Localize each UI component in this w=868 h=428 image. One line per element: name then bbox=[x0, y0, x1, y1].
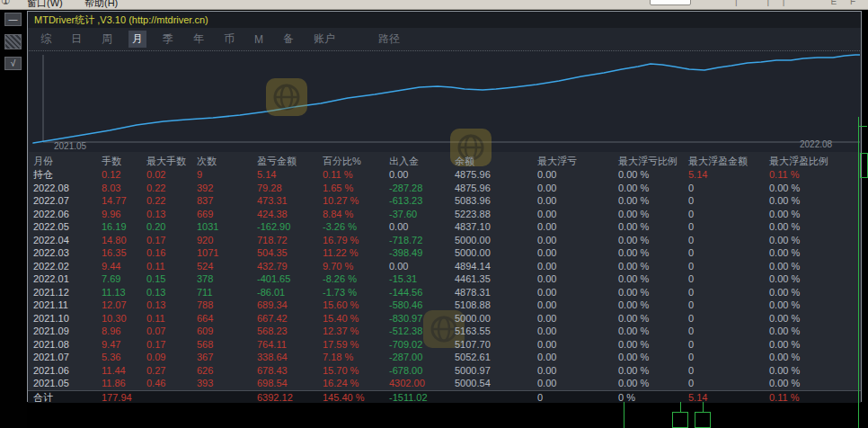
table-cell: 1.65 % bbox=[323, 182, 389, 195]
table-cell: 0 bbox=[688, 351, 769, 364]
table-cell: 2022.06 bbox=[33, 208, 102, 221]
table-row: 2022.088.030.2239279.281.65 %-287.284875… bbox=[28, 182, 861, 195]
table-cell: 5000.54 bbox=[455, 377, 537, 390]
menu-item-9[interactable]: 账户 bbox=[310, 31, 339, 48]
menu-item-0[interactable]: 综 bbox=[37, 31, 55, 48]
table-cell: 9 bbox=[197, 168, 257, 182]
table-cell: 17.59 % bbox=[323, 338, 389, 352]
table-cell: 0.13 bbox=[146, 299, 197, 312]
table-cell: 5.14 bbox=[257, 168, 323, 182]
table-cell: 5108.88 bbox=[455, 299, 537, 312]
menu-item-3[interactable]: 月 bbox=[128, 31, 146, 48]
table-row: 2022.029.440.11524432.799.70 %0.004894.1… bbox=[28, 260, 861, 273]
background-chart-box bbox=[860, 153, 868, 178]
table-cell: 0.00 % bbox=[618, 234, 688, 247]
table-cell: -287.00 bbox=[389, 351, 455, 364]
table-cell: 504.35 bbox=[257, 246, 323, 260]
title-bar[interactable]: MTDriver统计 ,V3.10 (http://mtdriver.cn) bbox=[28, 12, 861, 28]
table-cell: 0.00 bbox=[537, 272, 618, 286]
menu-item-4[interactable]: 季 bbox=[159, 31, 177, 48]
table-cell: 920 bbox=[197, 234, 257, 247]
host-menu-window[interactable]: 窗口(W) bbox=[27, 0, 63, 10]
menu-item-5[interactable]: 年 bbox=[190, 31, 208, 48]
menu-item-7[interactable]: M bbox=[251, 32, 267, 47]
balance-line bbox=[33, 55, 860, 143]
table-cell: 524 bbox=[197, 260, 257, 273]
column-header-8: 最大浮亏 bbox=[537, 154, 618, 169]
table-cell: 393 bbox=[197, 377, 257, 390]
table-cell: 0.00 % bbox=[618, 364, 688, 378]
column-header-11: 最大浮盈比例 bbox=[769, 154, 859, 169]
table-header-row: 月份手数最大手数次数盈亏金额百分比%出入金余额最大浮亏最大浮亏比例最大浮盈金额最… bbox=[28, 154, 861, 168]
menu-item-6[interactable]: 币 bbox=[220, 31, 238, 48]
table-cell: 7.69 bbox=[102, 272, 146, 286]
table-cell: 0.11 % bbox=[769, 168, 859, 182]
menu-item-1[interactable]: 日 bbox=[67, 31, 85, 48]
menu-item-2[interactable]: 周 bbox=[98, 31, 116, 48]
table-cell: 0 bbox=[688, 364, 769, 378]
table-cell: 0.00 bbox=[537, 338, 618, 352]
table-cell: 5000.00 bbox=[455, 234, 537, 247]
left-toolstrip: — √ bbox=[0, 10, 27, 428]
table-cell: -144.56 bbox=[389, 286, 455, 299]
table-cell: -3.26 % bbox=[323, 220, 389, 234]
move-hatch-icon[interactable] bbox=[4, 34, 22, 49]
x-axis-start-label: 2021.05 bbox=[54, 141, 86, 151]
host-toolbar-combobox[interactable] bbox=[650, 0, 691, 5]
table-cell: 0.00 % bbox=[769, 246, 859, 260]
table-cell: 5223.88 bbox=[455, 208, 537, 221]
table-cell: 0.00 % bbox=[769, 234, 859, 247]
table-cell: 0.00 % bbox=[618, 208, 688, 221]
table-cell: 0.11 bbox=[146, 260, 197, 273]
table-cell: 0.00 % bbox=[769, 220, 859, 234]
table-cell: 0 bbox=[688, 312, 769, 325]
table-cell: 10.30 bbox=[102, 312, 146, 325]
host-menu-help[interactable]: 帮助(H) bbox=[84, 0, 118, 10]
host-toolbar-icons: | ˙ | | ˙ ˙ E F bbox=[735, 0, 861, 6]
minimize-icon[interactable]: — bbox=[4, 13, 22, 26]
table-cell: 5163.55 bbox=[455, 325, 537, 338]
table-cell: -15.31 bbox=[389, 272, 455, 286]
table-cell: 5000.97 bbox=[455, 364, 537, 378]
table-cell: 2022.04 bbox=[33, 234, 102, 247]
column-header-6: 出入金 bbox=[389, 154, 455, 169]
table-cell: 338.64 bbox=[257, 351, 323, 364]
table-row: 持仓0.120.0295.140.11 %0.004875.960.000.00… bbox=[28, 168, 861, 182]
table-cell: 626 bbox=[197, 364, 257, 378]
table-cell: 0 bbox=[688, 220, 769, 234]
table-cell: 12.37 % bbox=[323, 325, 389, 338]
table-cell bbox=[146, 391, 197, 404]
table-cell: 5107.70 bbox=[455, 338, 537, 352]
table-row: 2022.069.960.13669424.388.84 %-37.605223… bbox=[28, 208, 861, 221]
check-icon[interactable]: √ bbox=[4, 57, 22, 70]
table-cell: 4894.14 bbox=[455, 260, 537, 273]
table-row-total: 合计177.946392.12145.40 %-1511.0200 %5.140… bbox=[28, 390, 861, 403]
table-cell: 0 bbox=[688, 338, 769, 352]
table-cell: 1071 bbox=[197, 246, 257, 260]
menu-item-8[interactable]: 备 bbox=[279, 31, 297, 48]
table-cell: 4875.96 bbox=[455, 182, 537, 195]
table-row: 2021.0611.440.27626678.4315.70 %-678.005… bbox=[28, 364, 861, 378]
table-cell bbox=[197, 391, 257, 404]
table-cell: 9.70 % bbox=[323, 260, 389, 273]
table-cell: 0.00 bbox=[537, 312, 618, 325]
table-cell: 2021.11 bbox=[33, 299, 102, 312]
table-cell: 8.84 % bbox=[323, 208, 389, 221]
table-cell: 15.40 % bbox=[323, 312, 389, 325]
table-cell: 0 bbox=[688, 272, 769, 286]
table-cell: 4837.10 bbox=[455, 220, 537, 234]
table-cell: 0 bbox=[688, 286, 769, 299]
table-cell: 609 bbox=[197, 325, 257, 338]
table-cell: 4875.96 bbox=[455, 168, 537, 182]
table-cell: 5052.61 bbox=[455, 351, 537, 364]
table-cell: 0.20 bbox=[146, 220, 197, 234]
table-cell: 0.16 bbox=[146, 246, 197, 260]
table-cell: 4302.00 bbox=[389, 377, 455, 390]
table-cell: -580.46 bbox=[389, 299, 455, 312]
table-cell: -709.02 bbox=[389, 338, 455, 352]
menu-item-10[interactable]: 路径 bbox=[375, 31, 403, 48]
table-cell: 0.00 bbox=[537, 194, 618, 208]
table-cell: 5.14 bbox=[688, 391, 769, 404]
table-cell: -401.65 bbox=[257, 272, 323, 286]
table-cell: 145.40 % bbox=[323, 391, 389, 404]
